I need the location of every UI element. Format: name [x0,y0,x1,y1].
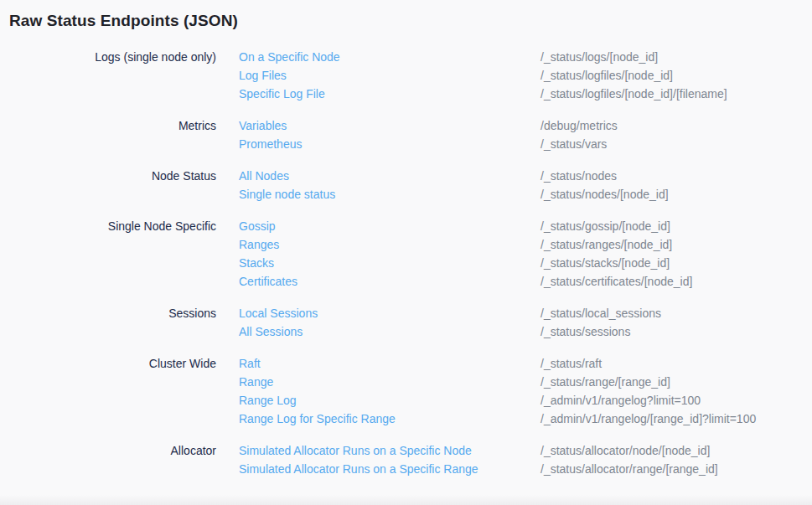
page-title: Raw Status Endpoints (JSON) [0,0,812,31]
links-column: On a Specific NodeLog FilesSpecific Log … [216,48,540,103]
category-cell: Single Node Specific [0,217,216,291]
endpoint-path: /_status/ranges/[node_id] [540,235,812,254]
category-label: Logs (single node only) [0,48,216,66]
endpoint-path: /_status/vars [540,135,812,153]
category-label: Metrics [0,116,216,135]
endpoint-link[interactable]: Single node status [239,185,335,204]
endpoint-link[interactable]: On a Specific Node [239,48,340,66]
endpoint-path: /_status/range/[range_id] [540,373,812,391]
endpoint-group: Allocator Simulated Allocator Runs on a … [0,441,812,478]
links-column: All NodesSingle node status [216,167,540,204]
endpoint-table: Logs (single node only) On a Specific No… [0,48,812,478]
category-cell: Cluster Wide [0,354,216,428]
endpoint-path: /_status/local_sessions [540,304,812,322]
endpoint-link[interactable]: Local Sessions [239,304,318,322]
endpoint-path: /_admin/v1/rangelog?limit=100 [540,391,812,410]
bottom-edge-shade [0,495,812,505]
category-label: Sessions [0,304,216,322]
endpoint-path: /_status/nodes/[node_id] [540,185,812,204]
endpoint-path: /_status/certificates/[node_id] [540,272,812,291]
links-column: GossipRangesStacksCertificates [216,217,540,291]
endpoint-link[interactable]: Range Log for Specific Range [239,410,396,428]
links-column: Simulated Allocator Runs on a Specific N… [216,441,540,478]
endpoint-path: /_status/logfiles/[node_id]/[filename] [540,85,812,103]
endpoints-column: /_status/raft/_status/range/[range_id]/_… [540,354,812,428]
endpoints-column: /_status/local_sessions/_status/sessions [540,304,812,341]
category-label: Cluster Wide [0,354,216,373]
endpoint-path: /_status/raft [540,354,812,373]
category-cell: Metrics [0,116,216,153]
endpoints-column: /_status/logs/[node_id]/_status/logfiles… [540,48,812,103]
endpoint-link[interactable]: Stacks [239,254,274,272]
endpoint-group: Single Node Specific GossipRangesStacksC… [0,217,812,291]
endpoint-group: Logs (single node only) On a Specific No… [0,48,812,103]
endpoints-column: /_status/gossip/[node_id]/_status/ranges… [540,217,812,291]
endpoint-group: Sessions Local SessionsAll Sessions /_st… [0,304,812,341]
category-label: Allocator [0,441,216,460]
endpoint-path: /_status/sessions [540,322,812,341]
endpoint-path: /debug/metrics [540,116,812,135]
endpoints-column: /_status/allocator/node/[node_id]/_statu… [540,441,812,478]
endpoint-link[interactable]: Prometheus [239,135,302,153]
endpoint-group: Metrics VariablesPrometheus /debug/metri… [0,116,812,153]
endpoint-group: Node Status All NodesSingle node status … [0,167,812,204]
endpoint-link[interactable]: Simulated Allocator Runs on a Specific N… [239,441,472,460]
endpoint-link[interactable]: Log Files [239,66,287,85]
category-label: Node Status [0,167,216,185]
endpoint-link[interactable]: All Nodes [239,167,289,185]
endpoint-link[interactable]: Variables [239,116,287,135]
endpoint-path: /_status/logfiles/[node_id] [540,66,812,85]
category-cell: Logs (single node only) [0,48,216,103]
endpoint-group: Cluster Wide RaftRangeRange LogRange Log… [0,354,812,428]
endpoint-link[interactable]: Range [239,373,273,391]
endpoint-link[interactable]: Ranges [239,235,279,254]
endpoint-path: /_status/allocator/range/[range_id] [540,460,812,478]
category-cell: Sessions [0,304,216,341]
endpoint-link[interactable]: Simulated Allocator Runs on a Specific R… [239,460,478,478]
links-column: RaftRangeRange LogRange Log for Specific… [216,354,540,428]
endpoint-link[interactable]: Raft [239,354,261,373]
category-label: Single Node Specific [0,217,216,235]
endpoint-path: /_status/allocator/node/[node_id] [540,441,812,460]
endpoint-path: /_status/stacks/[node_id] [540,254,812,272]
endpoint-link[interactable]: Certificates [239,272,297,291]
category-cell: Allocator [0,441,216,478]
endpoint-link[interactable]: Gossip [239,217,276,235]
endpoint-path: /_status/logs/[node_id] [540,48,812,66]
endpoint-path: /_admin/v1/rangelog/[range_id]?limit=100 [540,410,812,428]
endpoint-link[interactable]: Specific Log File [239,85,325,103]
endpoints-column: /_status/nodes/_status/nodes/[node_id] [540,167,812,204]
category-cell: Node Status [0,167,216,204]
endpoint-path: /_status/gossip/[node_id] [540,217,812,235]
links-column: Local SessionsAll Sessions [216,304,540,341]
links-column: VariablesPrometheus [216,116,540,153]
raw-status-endpoints-page: Raw Status Endpoints (JSON) Logs (single… [0,0,812,505]
endpoints-column: /debug/metrics/_status/vars [540,116,812,153]
endpoint-link[interactable]: All Sessions [239,322,303,341]
endpoint-link[interactable]: Range Log [239,391,297,410]
endpoint-path: /_status/nodes [540,167,812,185]
